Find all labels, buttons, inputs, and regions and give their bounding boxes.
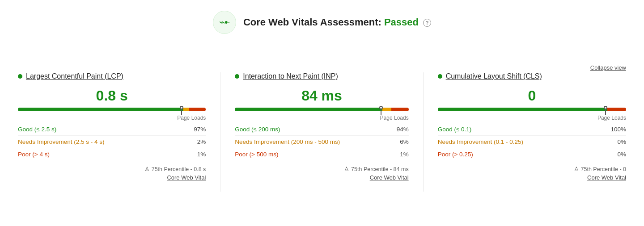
percentile-value-inp: 75th Percentile - 84 ms [351,166,409,172]
header-section: ⌁•· Core Web Vitals Assessment: Passed ? [18,11,626,34]
stat-row-needs-inp: Needs Improvement (200 ms - 500 ms) 6% [235,136,408,148]
bar-orange-lcp [183,108,189,111]
stat-label-good-cls: Good (≤ 0.1) [438,126,472,133]
stat-value-poor-cls: 0% [617,151,626,158]
stat-value-good-cls: 100% [610,126,626,133]
marker-pin-lcp [181,109,182,115]
metric-value-lcp: 0.8 s [18,88,206,104]
metric-card-cls: Cumulative Layout Shift (CLS) 0 Page Loa… [424,72,626,192]
stat-row-needs-cls: Needs Improvement (0.1 - 0.25) 0% [438,136,626,148]
metric-dot-cls [438,74,442,79]
stat-value-poor-inp: 1% [400,151,409,158]
metrics-grid: Largest Contentful Paint (LCP) 0.8 s Pag… [18,72,626,192]
bar-red-inp [391,108,409,111]
metric-title-lcp: Largest Contentful Paint (LCP) [18,72,206,80]
metric-card-inp: Interaction to Next Paint (INP) 84 ms Pa… [220,72,423,192]
stat-value-good-inp: 94% [397,126,409,133]
bar-green-inp [235,108,382,111]
stat-value-needs-inp: 6% [400,138,409,145]
stat-label-needs-lcp: Needs Improvement (2.5 s - 4 s) [18,138,105,145]
percentile-value-lcp: 75th Percentile - 0.8 s [152,166,206,172]
stat-row-needs-lcp: Needs Improvement (2.5 s - 4 s) 2% [18,136,206,148]
metric-value-cls: 0 [438,88,626,104]
stat-row-good-cls: Good (≤ 0.1) 100% [438,123,626,136]
metric-value-inp: 84 ms [235,88,408,104]
stats-table-cls: Good (≤ 0.1) 100% Needs Improvement (0.1… [438,123,626,160]
stat-row-poor-lcp: Poor (> 4 s) 1% [18,148,206,160]
marker-circle-cls [604,106,607,109]
title-status: Passed [384,17,419,28]
percentile-icon-cls: ♙ [574,166,579,172]
percentile-icon-lcp: ♙ [144,166,150,172]
percentile-inp: ♙ 75th Percentile - 84 ms [344,166,409,172]
stat-value-needs-lcp: 2% [197,138,206,145]
metric-title-inp: Interaction to Next Paint (INP) [235,72,408,80]
page-loads-label-cls: Page Loads [438,115,626,121]
metric-title-text-inp[interactable]: Interaction to Next Paint (INP) [243,72,338,80]
metric-title-text-lcp[interactable]: Largest Contentful Paint (LCP) [26,72,123,80]
bar-green-cls [438,108,607,111]
marker-pin-cls [605,109,606,115]
stat-row-good-lcp: Good (≤ 2.5 s) 97% [18,123,206,136]
stat-value-needs-cls: 0% [617,138,626,145]
stat-value-good-lcp: 97% [194,126,206,133]
percentile-lcp: ♙ 75th Percentile - 0.8 s [144,166,206,172]
marker-lcp [180,107,183,115]
progress-bar-inp [235,108,408,112]
percentile-icon-inp: ♙ [344,166,349,172]
percentile-cls: ♙ 75th Percentile - 0 [574,166,626,172]
stat-label-poor-cls: Poor (> 0.25) [438,151,473,158]
stat-label-needs-cls: Needs Improvement (0.1 - 0.25) [438,138,523,145]
stat-value-poor-lcp: 1% [197,151,206,158]
title-prefix: Core Web Vitals Assessment: [243,17,384,28]
stat-row-poor-inp: Poor (> 500 ms) 1% [235,148,408,160]
help-icon[interactable]: ? [423,19,431,27]
metric-footer-cls: ♙ 75th Percentile - 0 Core Web Vital [438,166,626,181]
metric-footer-lcp: ♙ 75th Percentile - 0.8 s Core Web Vital [18,166,206,181]
core-web-vital-link-lcp[interactable]: Core Web Vital [167,174,206,181]
marker-circle-inp [379,106,383,109]
pulse-icon-circle: ⌁•· [213,11,236,34]
percentile-value-cls: 75th Percentile - 0 [581,166,626,172]
stat-row-good-inp: Good (≤ 200 ms) 94% [235,123,408,136]
bar-red-cls [607,108,626,111]
metric-title-text-cls[interactable]: Cumulative Layout Shift (CLS) [446,72,542,80]
metric-title-cls: Cumulative Layout Shift (CLS) [438,72,626,80]
core-web-vital-link-cls[interactable]: Core Web Vital [587,174,626,181]
metric-dot-lcp [18,74,22,79]
bar-green-lcp [18,108,183,111]
progress-bar-cls [438,108,626,112]
stat-label-poor-lcp: Poor (> 4 s) [18,151,50,158]
marker-cls [604,107,607,115]
page-loads-label-inp: Page Loads [235,115,408,121]
stat-label-good-inp: Good (≤ 200 ms) [235,126,280,133]
stat-label-poor-inp: Poor (> 500 ms) [235,151,278,158]
stats-table-lcp: Good (≤ 2.5 s) 97% Needs Improvement (2.… [18,123,206,160]
metric-dot-inp [235,74,239,79]
metric-footer-inp: ♙ 75th Percentile - 84 ms Core Web Vital [235,166,408,181]
bar-orange-inp [382,108,391,111]
metric-card-lcp: Largest Contentful Paint (LCP) 0.8 s Pag… [18,72,220,192]
core-web-vital-link-inp[interactable]: Core Web Vital [370,174,409,181]
stat-row-poor-cls: Poor (> 0.25) 0% [438,148,626,160]
marker-inp [379,107,383,115]
collapse-view-button[interactable]: Collapse view [590,64,626,71]
marker-pin-inp [381,109,381,115]
bar-red-lcp [189,108,206,111]
stat-label-needs-inp: Needs Improvement (200 ms - 500 ms) [235,138,340,145]
stat-label-good-lcp: Good (≤ 2.5 s) [18,126,56,133]
stats-table-inp: Good (≤ 200 ms) 94% Needs Improvement (2… [235,123,408,160]
progress-bar-lcp [18,108,206,112]
page-title: Core Web Vitals Assessment: Passed ? [243,17,431,28]
page-loads-label-lcp: Page Loads [18,115,206,121]
marker-circle-lcp [180,106,183,109]
pulse-waveform-icon: ⌁•· [219,17,230,28]
